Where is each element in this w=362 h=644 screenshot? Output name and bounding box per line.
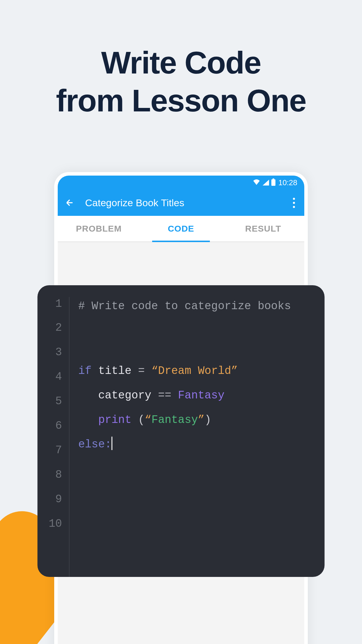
- line-number: 7: [55, 438, 62, 463]
- code-line-10: [78, 530, 319, 555]
- tab-result-label: RESULT: [245, 224, 281, 234]
- code-line-3: if title = “Dream World”: [78, 359, 319, 383]
- headline: Write Code from Lesson One: [0, 0, 362, 119]
- code-var: category: [98, 389, 151, 402]
- status-bar: 10:28: [58, 176, 304, 190]
- tabs: PROBLEM CODE RESULT: [58, 216, 304, 242]
- wifi-icon: [253, 179, 260, 186]
- line-number: 10: [49, 512, 62, 536]
- status-time: 10:28: [278, 178, 297, 187]
- code-line-8: [78, 481, 319, 506]
- line-number: 3: [55, 340, 62, 365]
- code-line-7: [78, 457, 319, 481]
- line-number: 8: [55, 463, 62, 487]
- code-line-6: else:: [78, 432, 319, 457]
- signal-icon: [263, 180, 269, 186]
- more-vert-icon[interactable]: [291, 195, 297, 210]
- code-quote: “: [151, 365, 158, 377]
- line-numbers: 1 2 3 4 5 6 7 8 9 10: [38, 297, 70, 577]
- code-op: =: [138, 365, 145, 377]
- cursor-icon: [112, 437, 113, 450]
- line-number: 2: [55, 316, 62, 340]
- line-number: 1: [55, 297, 62, 316]
- tab-result[interactable]: RESULT: [222, 216, 304, 242]
- tab-problem[interactable]: PROBLEM: [58, 216, 140, 242]
- code-keyword: else:: [78, 438, 112, 451]
- code-var: title: [98, 365, 131, 377]
- code-paren: (: [131, 414, 145, 426]
- code-quote: ”: [198, 414, 205, 426]
- code-line-2: [78, 334, 319, 359]
- line-number: 9: [55, 487, 62, 512]
- code-string: Dream World: [158, 365, 231, 377]
- tab-problem-label: PROBLEM: [76, 224, 122, 234]
- code-ident: Fantasy: [178, 389, 225, 402]
- code-comment: # Write code to categorize books: [78, 300, 291, 312]
- tab-code[interactable]: CODE: [140, 216, 222, 242]
- code-line-4: category == Fantasy: [78, 383, 319, 408]
- code-content[interactable]: # Write code to categorize books if titl…: [70, 297, 325, 577]
- code-line-9: [78, 506, 319, 530]
- app-bar-left: Categorize Book Titles: [65, 197, 184, 209]
- tab-code-label: CODE: [168, 224, 194, 234]
- code-keyword: if: [78, 365, 92, 377]
- back-arrow-icon[interactable]: [65, 198, 75, 208]
- code-paren: ): [205, 414, 211, 426]
- page-title: Categorize Book Titles: [85, 197, 184, 209]
- code-line-1: # Write code to categorize books: [78, 297, 319, 334]
- status-icons: [253, 179, 275, 186]
- battery-icon: [271, 179, 275, 186]
- code-editor[interactable]: 1 2 3 4 5 6 7 8 9 10 # Write code to cat…: [38, 285, 325, 577]
- line-number: 4: [55, 365, 62, 389]
- headline-line1: Write Code: [101, 45, 261, 80]
- line-number: 5: [55, 389, 62, 414]
- code-quote: ”: [231, 365, 238, 377]
- app-bar: Categorize Book Titles: [58, 190, 304, 216]
- code-string: Fantasy: [151, 414, 198, 426]
- line-number: 6: [55, 414, 62, 438]
- code-line-5: print (“Fantasy”): [78, 408, 319, 432]
- code-quote: “: [145, 414, 152, 426]
- headline-line2: from Lesson One: [56, 83, 306, 118]
- code-func: print: [98, 414, 131, 426]
- code-op: ==: [158, 389, 171, 402]
